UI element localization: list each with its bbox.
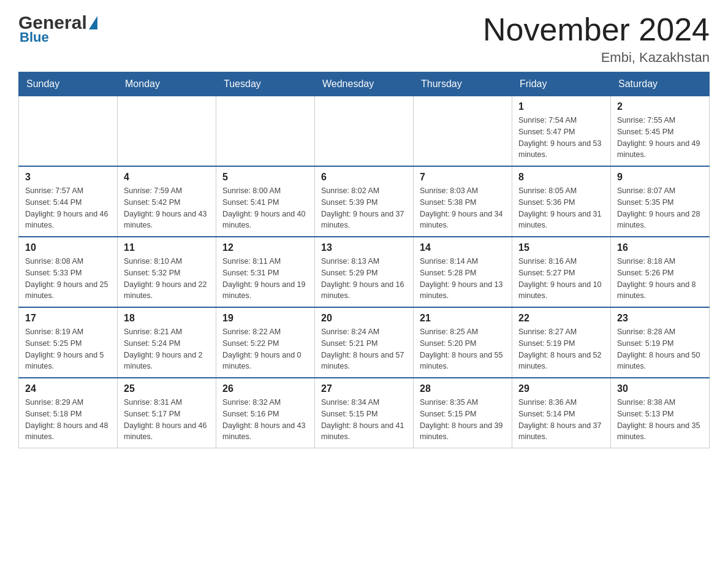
- day-number: 23: [617, 313, 703, 324]
- day-info: Sunrise: 8:28 AMSunset: 5:19 PMDaylight:…: [617, 326, 703, 372]
- day-info: Sunrise: 8:14 AMSunset: 5:28 PMDaylight:…: [420, 256, 506, 302]
- calendar-day-cell: 8Sunrise: 8:05 AMSunset: 5:36 PMDaylight…: [512, 166, 611, 237]
- day-info: Sunrise: 8:35 AMSunset: 5:15 PMDaylight:…: [420, 397, 506, 443]
- title-block: November 2024 Embi, Kazakhstan: [483, 12, 710, 66]
- day-info: Sunrise: 8:18 AMSunset: 5:26 PMDaylight:…: [617, 256, 703, 302]
- logo-triangle-icon: [89, 16, 97, 29]
- day-number: 28: [420, 383, 506, 394]
- calendar-day-cell: 3Sunrise: 7:57 AMSunset: 5:44 PMDaylight…: [19, 166, 118, 237]
- logo: General Blue: [18, 12, 97, 45]
- calendar-day-cell: 28Sunrise: 8:35 AMSunset: 5:15 PMDayligh…: [414, 378, 512, 448]
- day-info: Sunrise: 8:03 AMSunset: 5:38 PMDaylight:…: [420, 185, 506, 231]
- day-number: 3: [25, 172, 111, 183]
- day-number: 22: [518, 313, 604, 324]
- calendar-day-cell: 30Sunrise: 8:38 AMSunset: 5:13 PMDayligh…: [611, 378, 710, 448]
- day-info: Sunrise: 7:54 AMSunset: 5:47 PMDaylight:…: [518, 115, 604, 161]
- day-info: Sunrise: 8:07 AMSunset: 5:35 PMDaylight:…: [617, 185, 703, 231]
- calendar-day-cell: 6Sunrise: 8:02 AMSunset: 5:39 PMDaylight…: [315, 166, 414, 237]
- day-info: Sunrise: 8:16 AMSunset: 5:27 PMDaylight:…: [518, 256, 604, 302]
- day-info: Sunrise: 8:36 AMSunset: 5:14 PMDaylight:…: [518, 397, 604, 443]
- day-number: 29: [518, 383, 604, 394]
- day-number: 12: [222, 242, 308, 253]
- calendar-day-cell: 5Sunrise: 8:00 AMSunset: 5:41 PMDaylight…: [216, 166, 315, 237]
- calendar-week-row: 24Sunrise: 8:29 AMSunset: 5:18 PMDayligh…: [19, 378, 710, 448]
- day-info: Sunrise: 8:00 AMSunset: 5:41 PMDaylight:…: [222, 185, 308, 231]
- logo-blue-label: Blue: [20, 29, 49, 45]
- day-number: 19: [222, 313, 308, 324]
- day-info: Sunrise: 7:55 AMSunset: 5:45 PMDaylight:…: [617, 115, 703, 161]
- day-number: 10: [25, 242, 111, 253]
- calendar-day-cell: 4Sunrise: 7:59 AMSunset: 5:42 PMDaylight…: [118, 166, 216, 237]
- calendar-day-cell: 25Sunrise: 8:31 AMSunset: 5:17 PMDayligh…: [118, 378, 216, 448]
- calendar-day-cell: 14Sunrise: 8:14 AMSunset: 5:28 PMDayligh…: [414, 237, 512, 307]
- weekday-header: Saturday: [611, 72, 710, 96]
- location: Embi, Kazakhstan: [483, 50, 710, 66]
- calendar-day-cell: 17Sunrise: 8:19 AMSunset: 5:25 PMDayligh…: [19, 307, 118, 378]
- weekday-header: Tuesday: [216, 72, 315, 96]
- weekday-header: Monday: [118, 72, 216, 96]
- day-number: 14: [420, 242, 506, 253]
- day-info: Sunrise: 8:38 AMSunset: 5:13 PMDaylight:…: [617, 397, 703, 443]
- calendar-day-cell: 10Sunrise: 8:08 AMSunset: 5:33 PMDayligh…: [19, 237, 118, 307]
- day-number: 17: [25, 313, 111, 324]
- calendar-week-row: 10Sunrise: 8:08 AMSunset: 5:33 PMDayligh…: [19, 237, 710, 307]
- day-number: 27: [321, 383, 407, 394]
- day-number: 26: [222, 383, 308, 394]
- calendar-day-cell: [216, 96, 315, 167]
- weekday-header: Wednesday: [315, 72, 414, 96]
- day-number: 6: [321, 172, 407, 183]
- calendar-day-cell: 22Sunrise: 8:27 AMSunset: 5:19 PMDayligh…: [512, 307, 611, 378]
- weekday-header: Thursday: [414, 72, 512, 96]
- calendar-day-cell: [19, 96, 118, 167]
- calendar-day-cell: [118, 96, 216, 167]
- day-number: 8: [518, 172, 604, 183]
- calendar-day-cell: 21Sunrise: 8:25 AMSunset: 5:20 PMDayligh…: [414, 307, 512, 378]
- calendar-day-cell: 13Sunrise: 8:13 AMSunset: 5:29 PMDayligh…: [315, 237, 414, 307]
- calendar-day-cell: 27Sunrise: 8:34 AMSunset: 5:15 PMDayligh…: [315, 378, 414, 448]
- calendar-day-cell: 12Sunrise: 8:11 AMSunset: 5:31 PMDayligh…: [216, 237, 315, 307]
- calendar-day-cell: 11Sunrise: 8:10 AMSunset: 5:32 PMDayligh…: [118, 237, 216, 307]
- day-info: Sunrise: 8:05 AMSunset: 5:36 PMDaylight:…: [518, 185, 604, 231]
- day-info: Sunrise: 8:22 AMSunset: 5:22 PMDaylight:…: [222, 326, 308, 372]
- day-info: Sunrise: 8:11 AMSunset: 5:31 PMDaylight:…: [222, 256, 308, 302]
- day-number: 11: [124, 242, 210, 253]
- calendar-day-cell: 18Sunrise: 8:21 AMSunset: 5:24 PMDayligh…: [118, 307, 216, 378]
- calendar-day-cell: 15Sunrise: 8:16 AMSunset: 5:27 PMDayligh…: [512, 237, 611, 307]
- day-number: 20: [321, 313, 407, 324]
- calendar-week-row: 3Sunrise: 7:57 AMSunset: 5:44 PMDaylight…: [19, 166, 710, 237]
- day-number: 18: [124, 313, 210, 324]
- calendar-day-cell: 9Sunrise: 8:07 AMSunset: 5:35 PMDaylight…: [611, 166, 710, 237]
- calendar-day-cell: 26Sunrise: 8:32 AMSunset: 5:16 PMDayligh…: [216, 378, 315, 448]
- day-number: 5: [222, 172, 308, 183]
- day-info: Sunrise: 7:59 AMSunset: 5:42 PMDaylight:…: [124, 185, 210, 231]
- day-info: Sunrise: 8:34 AMSunset: 5:15 PMDaylight:…: [321, 397, 407, 443]
- main-title: November 2024: [483, 12, 710, 47]
- calendar-week-row: 1Sunrise: 7:54 AMSunset: 5:47 PMDaylight…: [19, 96, 710, 167]
- day-number: 21: [420, 313, 506, 324]
- calendar-day-cell: 24Sunrise: 8:29 AMSunset: 5:18 PMDayligh…: [19, 378, 118, 448]
- day-number: 15: [518, 242, 604, 253]
- calendar-day-cell: 7Sunrise: 8:03 AMSunset: 5:38 PMDaylight…: [414, 166, 512, 237]
- day-info: Sunrise: 8:24 AMSunset: 5:21 PMDaylight:…: [321, 326, 407, 372]
- day-number: 25: [124, 383, 210, 394]
- day-number: 30: [617, 383, 703, 394]
- calendar-day-cell: 16Sunrise: 8:18 AMSunset: 5:26 PMDayligh…: [611, 237, 710, 307]
- calendar-day-cell: 2Sunrise: 7:55 AMSunset: 5:45 PMDaylight…: [611, 96, 710, 167]
- calendar-day-cell: 29Sunrise: 8:36 AMSunset: 5:14 PMDayligh…: [512, 378, 611, 448]
- day-info: Sunrise: 8:10 AMSunset: 5:32 PMDaylight:…: [124, 256, 210, 302]
- calendar-table: SundayMondayTuesdayWednesdayThursdayFrid…: [18, 72, 710, 448]
- day-number: 1: [518, 101, 604, 112]
- day-number: 7: [420, 172, 506, 183]
- weekday-header: Friday: [512, 72, 611, 96]
- calendar-day-cell: 23Sunrise: 8:28 AMSunset: 5:19 PMDayligh…: [611, 307, 710, 378]
- day-info: Sunrise: 8:32 AMSunset: 5:16 PMDaylight:…: [222, 397, 308, 443]
- day-info: Sunrise: 8:27 AMSunset: 5:19 PMDaylight:…: [518, 326, 604, 372]
- day-info: Sunrise: 8:21 AMSunset: 5:24 PMDaylight:…: [124, 326, 210, 372]
- day-info: Sunrise: 8:19 AMSunset: 5:25 PMDaylight:…: [25, 326, 111, 372]
- calendar-day-cell: 19Sunrise: 8:22 AMSunset: 5:22 PMDayligh…: [216, 307, 315, 378]
- calendar-day-cell: 20Sunrise: 8:24 AMSunset: 5:21 PMDayligh…: [315, 307, 414, 378]
- day-number: 9: [617, 172, 703, 183]
- calendar-week-row: 17Sunrise: 8:19 AMSunset: 5:25 PMDayligh…: [19, 307, 710, 378]
- day-info: Sunrise: 8:29 AMSunset: 5:18 PMDaylight:…: [25, 397, 111, 443]
- calendar-day-cell: [315, 96, 414, 167]
